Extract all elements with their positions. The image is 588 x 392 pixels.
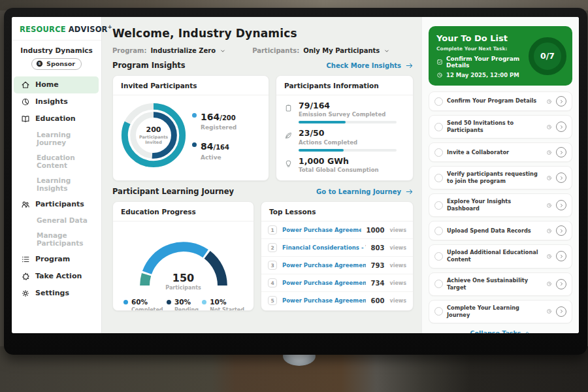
task-checkbox[interactable]	[434, 252, 443, 261]
task-row-upload-additional-educational-content[interactable]: Upload Additional Educational Content	[429, 244, 572, 268]
sidebar-item-settings[interactable]: Settings	[12, 285, 101, 302]
sidebar-item-label: Program	[35, 255, 70, 263]
lesson-rank: 3	[268, 261, 277, 270]
task-checkbox[interactable]	[434, 123, 443, 131]
task-checkbox[interactable]	[434, 148, 443, 157]
chevron-right-icon	[559, 99, 564, 105]
lesson-views-suffix: views	[389, 245, 406, 251]
sidebar-item-learning-insights[interactable]: Learning Insights	[12, 173, 101, 196]
todo-progress-value: 0/7	[540, 51, 555, 61]
sidebar-item-general-data[interactable]: General Data	[12, 213, 101, 228]
collapse-tasks-label: Collapse Tasks	[470, 329, 521, 333]
sidebar-item-insights[interactable]: Insights	[12, 93, 101, 110]
task-open-button[interactable]	[556, 200, 566, 210]
task-row-send-50-invitations-to-participants[interactable]: Send 50 Invitations to Participants	[429, 115, 572, 139]
sidebar-item-participants[interactable]: Participants	[12, 196, 101, 213]
program-icon	[21, 255, 30, 264]
filters-row: Program: Industrialize Zero Participants…	[112, 47, 414, 54]
task-time-icon	[546, 203, 552, 208]
task-row-verify-participants-requesting-to-join-the-program[interactable]: Verify participants requesting to join t…	[429, 166, 572, 189]
progress-bar-fill	[299, 121, 346, 123]
lesson-link[interactable]: Power Purchase Agreements 101	[282, 227, 361, 233]
go-to-learning-journey-link[interactable]: Go to Learning Journey	[316, 188, 414, 196]
program-filter-dropdown[interactable]: Program: Industrialize Zero	[112, 47, 226, 54]
todo-header-text: Your To Do List Complete Your Next Task:…	[436, 33, 525, 78]
chevron-up-icon	[524, 329, 531, 333]
legend-item: 60% Completed	[123, 298, 163, 311]
sidebar-item-manage-participants[interactable]: Manage Participants	[12, 228, 101, 251]
task-row-explore-your-insights-dashboard[interactable]: Explore Your Insights Dashboard	[429, 193, 572, 217]
sidebar-item-home[interactable]: Home	[14, 76, 99, 93]
legend-dot	[192, 113, 197, 118]
task-row-achieve-one-sustainability-target[interactable]: Achieve One Sustainability Target	[429, 272, 572, 296]
participants-information-title: Participants Information	[276, 76, 413, 95]
logo-resource: RESOURCE	[20, 25, 66, 34]
legend-item: 10% Not Started	[202, 298, 244, 311]
lesson-views-suffix: views	[389, 280, 406, 286]
task-row-invite-a-collaborator[interactable]: Invite a Collaborator	[429, 142, 572, 162]
sidebar-item-program[interactable]: Program	[12, 251, 101, 268]
info-label: Total Global Consumption	[299, 167, 379, 173]
page-title: Welcome, Industry Dynamics	[112, 27, 414, 40]
legend-denominator: /200	[220, 114, 236, 122]
legend-dot	[167, 300, 171, 304]
lesson-link[interactable]: Power Purchase Agreements 102	[282, 280, 366, 286]
task-label: Explore Your Insights Dashboard	[447, 198, 542, 212]
participants-information-card: Participants Information 79/164 Emission…	[276, 75, 414, 181]
task-time-icon	[546, 175, 552, 181]
task-checkbox[interactable]	[434, 97, 443, 106]
task-row-confirm-your-program-details[interactable]: Confirm Your Program Details	[429, 91, 572, 111]
task-open-button[interactable]	[556, 147, 566, 157]
progress-bar	[299, 121, 397, 123]
task-open-button[interactable]	[556, 96, 566, 106]
check-square-icon	[436, 59, 443, 65]
sidebar-item-learning-journey[interactable]: Learning Journey	[12, 127, 101, 150]
legend-label: Active	[201, 154, 229, 161]
info-label: Emission Survey Completed	[299, 111, 397, 118]
sidebar-item-label: Insights	[35, 97, 68, 106]
program-filter-label: Program:	[112, 47, 146, 54]
task-checkbox[interactable]	[434, 307, 443, 316]
sidebar-item-take-action[interactable]: Take Action	[12, 268, 101, 285]
chevron-down-icon	[384, 48, 390, 54]
task-open-button[interactable]	[556, 122, 566, 132]
check-more-insights-link[interactable]: Check More Insights	[326, 61, 414, 70]
lesson-link[interactable]: Power Purchase Agreements 101	[282, 262, 366, 269]
task-open-button[interactable]	[556, 251, 566, 261]
lesson-views-count: 600	[371, 297, 385, 304]
home-icon	[21, 80, 30, 90]
collapse-tasks-link[interactable]: Collapse Tasks	[429, 327, 572, 333]
todo-task-list: Confirm Your Program Details Send 50 Inv…	[429, 91, 572, 327]
learning-journey-title: Participant Learning Journey	[112, 187, 234, 196]
insights-cards-row: Invited Participants 200	[112, 75, 414, 181]
task-checkbox[interactable]	[434, 174, 443, 182]
org-name: Industry Dynamics	[12, 46, 101, 54]
task-row-upload-spend-data-records[interactable]: Upload Spend Data Records	[429, 221, 572, 240]
lesson-views-suffix: views	[389, 227, 406, 233]
todo-header-card: Your To Do List Complete Your Next Task:…	[429, 26, 572, 86]
svg-text:S: S	[39, 62, 41, 66]
sidebar-item-label: General Data	[37, 216, 88, 224]
sponsor-badge[interactable]: S Sponsor	[31, 58, 82, 70]
lesson-link[interactable]: Power Purchase Agreements 103	[282, 297, 366, 304]
info-label: Actions Completed	[299, 139, 397, 146]
task-open-button[interactable]	[556, 306, 566, 317]
task-checkbox[interactable]	[434, 280, 443, 288]
sidebar-item-education-content[interactable]: Education Content	[12, 150, 101, 173]
legend-label: Pending	[174, 307, 199, 311]
task-open-button[interactable]	[556, 225, 566, 236]
photo-scene: RESOURCE ADVISOR+ Industry Dynamics S Sp…	[0, 0, 588, 392]
clock-icon	[436, 72, 443, 78]
task-checkbox[interactable]	[434, 227, 443, 235]
sidebar-item-label: Learning Journey	[37, 131, 92, 146]
sidebar-item-education[interactable]: Education	[12, 110, 101, 127]
participants-filter-dropdown[interactable]: Participants: Only My Participants	[252, 47, 390, 54]
lesson-link[interactable]: Financial Considerations - VPPAs	[282, 244, 366, 251]
task-label: Send 50 Invitations to Participants	[447, 120, 542, 134]
task-open-button[interactable]	[556, 279, 566, 289]
task-checkbox[interactable]	[434, 201, 443, 210]
lesson-row: 3 Power Purchase Agreements 101 793 view…	[261, 257, 413, 274]
chevron-right-icon	[559, 253, 564, 259]
task-open-button[interactable]	[556, 172, 566, 183]
task-row-complete-your-learning-journey[interactable]: Complete Your Learning Journey	[429, 300, 572, 323]
